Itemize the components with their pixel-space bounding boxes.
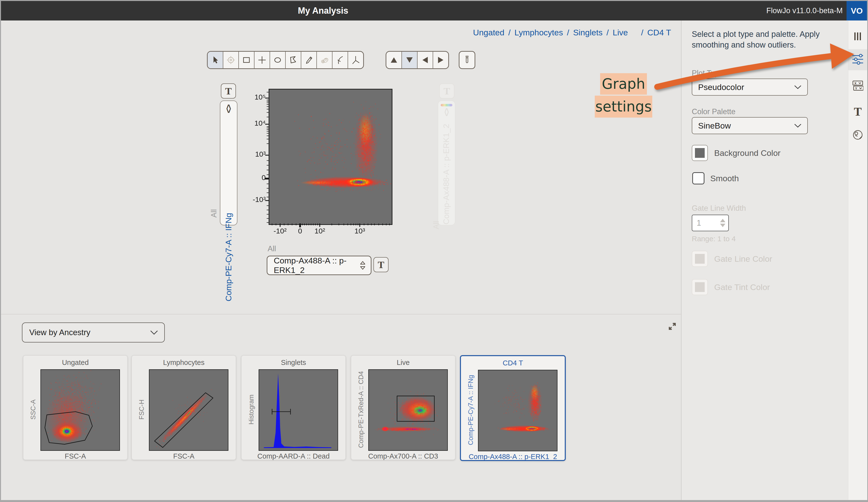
thumbnail-x-label: FSC-A xyxy=(23,452,127,460)
population-label-y: All xyxy=(210,209,218,218)
background-color-picker[interactable]: Background Color xyxy=(692,145,781,161)
thumbnail-y-label: FSC-H xyxy=(138,400,145,420)
thumbnail-title: Lymphocytes xyxy=(132,359,236,367)
nav-right-button[interactable] xyxy=(433,52,448,68)
quad-gate-button[interactable] xyxy=(255,52,270,68)
background-color-swatch[interactable] xyxy=(692,145,708,161)
ancestry-thumbnail-lymphocytes[interactable]: Lymphocytes FSC-H FSC-A xyxy=(131,355,236,460)
rectangle-gate-button[interactable] xyxy=(239,52,255,68)
test-tube-icon xyxy=(463,54,471,66)
xy-axes-icon: XY xyxy=(852,80,864,92)
palette-strip-icon xyxy=(441,104,452,106)
y-tick-label: 10⁴ xyxy=(231,119,266,127)
breadcrumb-current: CD4 T xyxy=(647,28,671,37)
smooth-toggle[interactable]: Smooth xyxy=(692,172,739,184)
spline-gate-button[interactable] xyxy=(332,52,348,68)
thumbnail-plot xyxy=(259,369,338,451)
triangle-up-icon xyxy=(390,56,398,64)
rectangle-gate-icon xyxy=(241,55,251,65)
main-plot[interactable] xyxy=(269,89,392,225)
gate-tint-color-picker: Gate Tint Color xyxy=(692,279,770,295)
expand-panel-button[interactable] xyxy=(666,321,678,333)
color-palette-label: Color Palette xyxy=(692,107,735,116)
plot-type-select[interactable]: Pseudocolor xyxy=(692,79,808,96)
breadcrumb-separator: / xyxy=(508,28,510,37)
thumbnail-x-label: Comp-AARD-A :: Dead xyxy=(241,452,345,460)
auto-ellipse-gate-icon xyxy=(226,55,236,65)
annotation-text-line2: settings xyxy=(595,96,652,118)
nav-up-button[interactable] xyxy=(386,52,402,68)
panel-toggle-button[interactable] xyxy=(848,26,867,47)
color-palette-select[interactable]: SineBow xyxy=(692,117,808,134)
ancestry-thumbnail-cd4t[interactable]: CD4 T Comp-PE-Cy7-A :: IFNg Comp-Ax488-A… xyxy=(460,355,566,461)
updown-diamond-icon xyxy=(360,261,366,270)
axis-swap-icon: <> xyxy=(224,104,234,112)
ancestry-thumbnail-ungated[interactable]: Ungated SSC-A FSC-A xyxy=(23,355,128,460)
pencil-gate-button[interactable] xyxy=(301,52,317,68)
thumbnail-x-label: Comp-Ax700-A :: CD3 xyxy=(351,452,455,460)
thumbnail-title: Singlets xyxy=(241,359,345,367)
expand-icon xyxy=(668,321,677,332)
gate-line-color-label: Gate Line Color xyxy=(714,254,772,264)
stepper-arrows-icon xyxy=(720,219,725,227)
polygon-gate-button[interactable] xyxy=(286,52,301,68)
view-by-select[interactable]: View by Ancestry xyxy=(22,322,165,342)
gate-line-color-swatch xyxy=(692,251,708,267)
gate-toolbar xyxy=(207,51,364,69)
y-tick-label: 10⁵ xyxy=(231,93,266,101)
breadcrumb-item-ungated[interactable]: Ungated xyxy=(473,28,505,37)
gate-line-width-hint: Range: 1 to 4 xyxy=(692,235,736,243)
y-axis-label: Comp-PE-Cy7-A :: IFNg xyxy=(224,213,233,301)
user-avatar[interactable]: VO xyxy=(847,1,867,20)
gate-tint-color-swatch xyxy=(692,279,708,295)
chevron-down-icon xyxy=(794,84,802,90)
nav-down-button[interactable] xyxy=(402,52,417,68)
x-tick-label: 10² xyxy=(303,227,337,235)
app-window: My Analysis FlowJo v11.0.0-beta-M VO Ung… xyxy=(1,1,867,500)
gate-line-width-input: 1 xyxy=(692,215,729,231)
ancestry-thumbnail-singlets[interactable]: Singlets Histogram Comp-AARD-A :: Dead xyxy=(241,355,346,460)
gate-tools-button[interactable] xyxy=(848,125,867,146)
population-label-x: All xyxy=(268,244,276,253)
contour-gate-button xyxy=(317,52,332,68)
triangle-left-icon xyxy=(422,56,429,64)
select-tool-button[interactable] xyxy=(208,52,223,68)
population-label-ghost: All xyxy=(432,221,441,229)
text-annotation-button[interactable]: T xyxy=(848,101,867,122)
breadcrumb-item-lymphocytes[interactable]: Lymphocytes xyxy=(515,28,563,37)
y-tick-label: 10³ xyxy=(231,150,266,158)
breadcrumb-item-live[interactable]: Live xyxy=(613,28,628,37)
ellipse-gate-icon xyxy=(273,55,282,65)
app-version: FlowJo v11.0.0-beta-M xyxy=(766,1,843,20)
thumbnail-x-label: FSC-A xyxy=(132,452,236,460)
quad-gate-icon xyxy=(257,55,267,65)
breadcrumb-item-singlets[interactable]: Singlets xyxy=(573,28,602,37)
sliders-icon xyxy=(852,54,864,66)
thumbnail-plot xyxy=(478,370,557,451)
gate-line-color-picker: Gate Line Color xyxy=(692,251,772,267)
ancestry-panel-divider xyxy=(1,314,681,314)
annotation-text-line1: Graph xyxy=(600,73,647,95)
pseudocolor-plot-canvas[interactable] xyxy=(269,90,392,224)
polygon-gate-icon xyxy=(288,55,298,65)
svg-text:Y: Y xyxy=(855,87,857,90)
background-color-label: Background Color xyxy=(714,148,781,158)
y-tick-label: -10³ xyxy=(231,195,266,204)
x-axis-text-button[interactable]: T xyxy=(373,257,389,272)
thumbnail-title: Ungated xyxy=(23,359,127,367)
breadcrumb-separator: / xyxy=(641,28,643,37)
thumbnail-y-label: Comp-PE-TxRed-A :: CD4 xyxy=(357,371,365,448)
view-by-value: View by Ancestry xyxy=(29,328,150,337)
triangle-down-icon xyxy=(405,56,414,64)
ancestry-thumbnail-live[interactable]: Live Comp-PE-TxRed-A :: CD4 Comp-Ax700-A… xyxy=(351,355,456,460)
population-nav-toolbar xyxy=(386,51,449,69)
smooth-label: Smooth xyxy=(710,174,739,183)
tri-gate-button[interactable] xyxy=(348,52,363,68)
ellipse-gate-button[interactable] xyxy=(270,52,286,68)
nav-left-button[interactable] xyxy=(417,52,433,68)
sample-button[interactable] xyxy=(459,51,475,69)
axis-settings-button[interactable]: XY xyxy=(848,76,867,97)
graph-settings-button[interactable] xyxy=(848,49,867,70)
smooth-checkbox[interactable] xyxy=(692,172,704,184)
x-axis-selector[interactable]: Comp-Ax488-A :: p-ERK1_2 xyxy=(267,255,371,275)
